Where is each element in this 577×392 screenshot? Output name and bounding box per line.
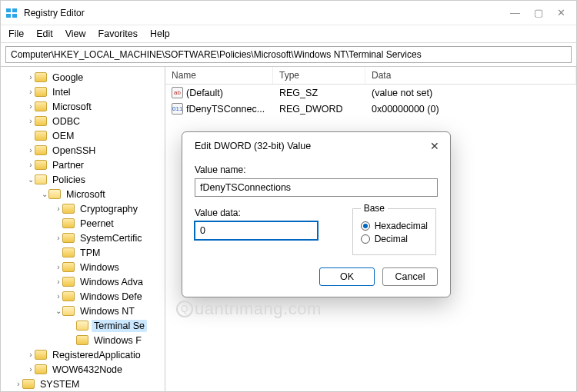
expand-icon[interactable]: › [15,380,22,388]
tree-item-windows-nt[interactable]: Windows NT [78,305,137,317]
tree-item[interactable]: Windows F [92,334,144,347]
window-title: Registry Editor [24,8,85,18]
tree-item[interactable]: OpenSSH [50,145,98,157]
list-header: Name Type Data [165,67,576,85]
tree-item[interactable]: Intel [50,86,73,98]
tree-item[interactable]: Partner [50,159,86,171]
window-maximize-button[interactable]: ▢ [534,7,543,18]
base-legend: Base [361,203,388,214]
value-data-label: Value data: [195,208,337,218]
string-value-icon: ab [172,87,183,98]
tree-item-microsoft[interactable]: Microsoft [64,188,108,201]
expand-icon[interactable]: › [27,73,35,81]
tree-item-policies[interactable]: Policies [50,174,88,186]
svg-rect-1 [12,8,17,12]
tree-item[interactable]: TPM [78,247,102,259]
dword-value-icon: 011 [172,103,183,115]
edit-dword-dialog: Edit DWORD (32-bit) Value ✕ Value name: … [182,131,451,297]
expand-icon[interactable]: › [27,88,35,96]
expand-icon[interactable]: › [55,277,62,286]
value-type: REG_DWORD [273,104,365,115]
expand-icon[interactable]: › [27,350,35,359]
menu-help[interactable]: Help [150,28,170,39]
radio-icon [361,234,370,244]
tree-item[interactable]: Microsoft [50,101,94,113]
expand-icon[interactable]: › [55,292,62,301]
expand-icon[interactable]: › [27,161,35,169]
radio-label: Hexadecimal [375,221,428,231]
value-name-label: Value name: [195,164,438,175]
tree-item[interactable]: Google [50,71,85,84]
svg-rect-3 [12,14,17,18]
tree-item[interactable]: Cryptography [78,203,140,215]
expand-icon[interactable]: › [55,204,62,213]
col-data[interactable]: Data [365,67,576,84]
tree-item[interactable]: RegisteredApplicatio [50,349,143,361]
radio-hexadecimal[interactable]: Hexadecimal [361,221,428,231]
window-minimize-button[interactable]: — [510,7,520,18]
svg-rect-0 [6,8,11,12]
tree-item-system[interactable]: SYSTEM [38,378,82,390]
window-titlebar: Registry Editor — ▢ ✕ [1,1,576,25]
base-group: Base Hexadecimal Decimal [352,203,436,255]
radio-decimal[interactable]: Decimal [361,234,428,244]
tree-item-terminal-services[interactable]: Terminal Se [92,320,147,332]
tree-item[interactable]: SystemCertific [78,232,145,244]
tree-item[interactable]: WOW6432Node [50,364,125,376]
cancel-button[interactable]: Cancel [382,267,438,286]
col-type[interactable]: Type [273,67,365,84]
list-item[interactable]: ab(Default) REG_SZ (value not set) [165,85,576,101]
collapse-icon[interactable]: ⌄ [27,175,35,184]
collapse-icon[interactable]: ⌄ [41,190,48,198]
tree-item[interactable]: ODBC [50,115,82,128]
tree-item[interactable]: Windows [78,261,122,274]
expand-icon[interactable]: › [27,146,35,154]
value-data: (value not set) [365,88,576,98]
dialog-close-button[interactable]: ✕ [430,140,439,152]
address-input[interactable] [5,46,572,63]
svg-rect-2 [6,14,11,18]
regedit-app-icon [5,7,18,19]
value-data: 0x00000000 (0) [365,104,576,115]
tree-item[interactable]: OEM [50,130,76,142]
col-name[interactable]: Name [165,67,273,84]
tree-item[interactable]: Windows Defe [78,291,145,303]
tree-item[interactable]: Peernet [78,218,116,230]
menu-favorites[interactable]: Favorites [98,28,138,39]
value-name: fDenyTSConnec... [186,104,265,115]
registry-tree: ›Google ›Intel ›Microsoft ›ODBC OEM ›Ope… [1,67,165,392]
radio-label: Decimal [375,234,408,244]
collapse-icon[interactable]: ⌄ [55,307,62,315]
address-bar [1,43,576,67]
menu-view[interactable]: View [65,28,86,39]
expand-icon[interactable]: › [27,117,35,125]
radio-icon [361,221,370,231]
value-data-input[interactable] [195,221,318,240]
ok-button[interactable]: OK [319,267,375,286]
expand-icon[interactable]: › [27,102,35,111]
menu-edit[interactable]: Edit [36,28,53,39]
window-close-button[interactable]: ✕ [557,7,565,18]
dialog-title: Edit DWORD (32-bit) Value [195,141,311,151]
list-item[interactable]: 011fDenyTSConnec... REG_DWORD 0x00000000… [165,101,576,117]
expand-icon[interactable]: › [27,365,35,374]
expand-icon[interactable]: › [55,234,62,242]
tree-item[interactable]: Windows Adva [78,276,145,288]
menu-file[interactable]: File [8,28,24,39]
value-name: (Default) [186,88,223,98]
value-name-input[interactable] [195,178,438,197]
expand-icon[interactable]: › [55,263,62,271]
menu-bar: File Edit View Favorites Help [1,25,576,43]
value-type: REG_SZ [273,88,365,98]
